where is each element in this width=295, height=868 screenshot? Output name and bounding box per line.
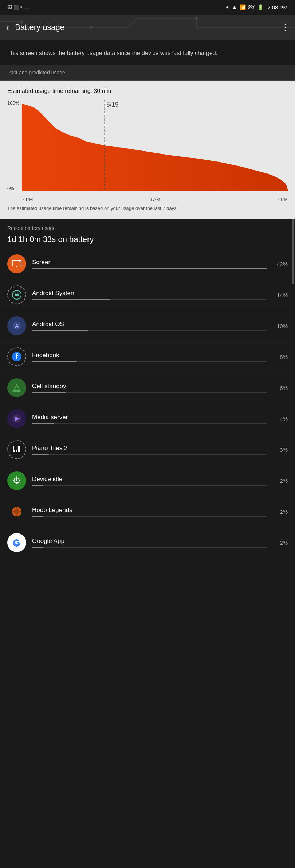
header: ‹ Battery usage ⋮ [0, 15, 295, 40]
app-list-item[interactable]: Google App 2% [0, 527, 295, 558]
svg-point-18 [15, 293, 16, 294]
app-usage-bar [32, 454, 267, 455]
app-info: Hoop Legends [32, 507, 267, 517]
app-percent: 6% [271, 385, 288, 391]
svg-text:5/19: 5/19 [106, 101, 118, 109]
app-usage-bar [32, 485, 267, 486]
back-button[interactable]: ‹ [6, 21, 9, 33]
ellipsis: ... [25, 5, 29, 10]
app-info: Cell standby [32, 383, 267, 393]
app-name: Android System [32, 290, 267, 297]
svg-point-19 [17, 293, 19, 294]
app-usage-bar-fill [32, 392, 66, 393]
app-list-item[interactable]: Android System 14% [0, 279, 295, 310]
app-icon [7, 285, 26, 304]
app-info: Android OS [32, 321, 267, 331]
svg-rect-32 [14, 446, 15, 450]
app-list-item[interactable]: Piano Tiles 2 3% [0, 434, 295, 465]
app-usage-bar [32, 423, 267, 424]
app-usage-bar-fill [32, 268, 267, 269]
svg-point-8 [195, 17, 198, 20]
app-usage-bar [32, 330, 267, 331]
recent-section-title: Recent battery usage [7, 225, 288, 231]
app-percent: 2% [271, 509, 288, 515]
app-info: Media server [32, 414, 267, 424]
app-list-item[interactable]: Media server 4% [0, 403, 295, 434]
app-percent: 4% [271, 416, 288, 422]
app-percent: 2% [271, 540, 288, 546]
chart-area: 5/19 [22, 100, 288, 191]
app-icon [7, 440, 26, 459]
app-usage-bar [32, 547, 267, 548]
signal-icon: 📶 [240, 4, 246, 10]
app-percent: 10% [271, 323, 288, 329]
app-usage-bar-fill [32, 361, 77, 362]
app-percent: 2% [271, 478, 288, 484]
app-icon: A [7, 316, 26, 335]
svg-text:A: A [15, 323, 19, 329]
status-time[interactable]: 7:08 PM [267, 4, 288, 11]
app-name: Media server [32, 414, 267, 421]
status-icons: ✦ ▲ 📶 2% 🔋 7:08 PM [225, 4, 288, 11]
battery-icon: 🔋 [257, 4, 264, 10]
app-list-item[interactable]: Hoop Legends 2% [0, 496, 295, 527]
svg-point-16 [19, 261, 20, 262]
svg-text:⏻: ⏻ [13, 476, 20, 484]
status-bar: 🖼 ⬛ ² ... ✦ ▲ 📶 2% 🔋 7:08 PM [0, 0, 295, 15]
app-info: Piano Tiles 2 [32, 445, 267, 455]
app-usage-bar-fill [32, 299, 110, 300]
app-usage-bar [32, 361, 267, 362]
app-icon: ⏻ [7, 471, 26, 490]
app-name: Hoop Legends [32, 507, 267, 514]
svg-text:f: f [16, 352, 18, 360]
page-title: Battery usage [15, 23, 281, 32]
recent-battery-section: Recent battery usage 1d 1h 0m 33s on bat… [0, 219, 295, 249]
app-info: Screen [32, 259, 267, 269]
chart-title: Estimated usage time remaining: 30 min [7, 88, 288, 94]
app-list-item[interactable]: f Facebook 8% [0, 341, 295, 372]
chart-x-labels: 7 PM 6 AM 7 PM [22, 197, 288, 202]
x-label-6am: 6 AM [149, 197, 160, 202]
wifi-icon: ▲ [232, 4, 237, 11]
app-list-item[interactable]: Cell standby 6% [0, 372, 295, 403]
status-bar-left: 🖼 ⬛ ² ... [7, 5, 222, 10]
overflow-menu-button[interactable]: ⋮ [281, 23, 289, 32]
chart-note: The estimated usage time remaining is ba… [7, 205, 288, 212]
app-icon [7, 502, 26, 521]
chart-y-top: 100% [7, 100, 19, 106]
app-info: Device idle [32, 476, 267, 486]
battery-percent: 2% [248, 4, 255, 10]
app-name: Screen [32, 259, 267, 266]
app-usage-bar [32, 268, 267, 269]
svg-rect-31 [18, 446, 20, 452]
app-list-item[interactable]: ⏻ Device idle 2% [0, 465, 295, 496]
app-usage-bar-fill [32, 423, 54, 424]
app-percent: 3% [271, 447, 288, 453]
app-name: Google App [32, 537, 267, 545]
app-usage-bar-fill [32, 454, 49, 455]
app-percent: 14% [271, 292, 288, 298]
app-list-item[interactable]: Screen 42% [0, 249, 295, 279]
app-list-item[interactable]: A Android OS 10% [0, 310, 295, 341]
app-name: Android OS [32, 321, 267, 328]
app-percent: 8% [271, 354, 288, 360]
past-usage-label: Past and predicted usage [7, 70, 65, 75]
app-usage-bar [32, 299, 267, 300]
x-label-7pm-start: 7 PM [22, 197, 33, 202]
app-usage-bar-fill [32, 516, 43, 517]
scroll-indicator[interactable] [292, 219, 294, 284]
notification-icons: 🖼 ⬛ ² [7, 5, 22, 10]
bluetooth-icon: ✦ [225, 4, 229, 10]
svg-rect-33 [16, 446, 18, 450]
past-usage-section-header: Past and predicted usage [0, 65, 295, 81]
chart-y-bottom: 0% [7, 186, 14, 191]
app-name: Piano Tiles 2 [32, 445, 267, 452]
app-info: Android System [32, 290, 267, 300]
app-usage-bar [32, 516, 267, 517]
app-icon [7, 254, 26, 273]
app-usage-bar-fill [32, 330, 88, 331]
app-icon [7, 409, 26, 428]
app-info: Google App [32, 537, 267, 548]
app-usage-bar [32, 392, 267, 393]
svg-rect-13 [12, 260, 21, 266]
